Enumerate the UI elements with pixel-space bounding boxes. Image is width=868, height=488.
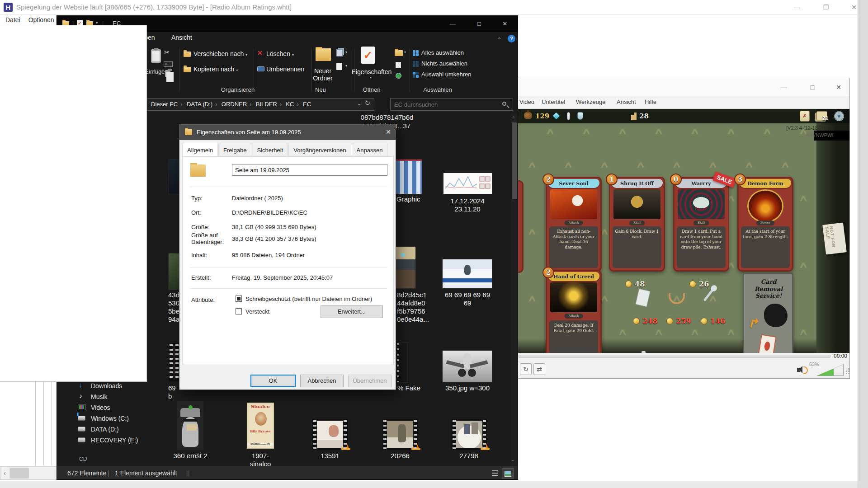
file-label[interactable]: 8d2d45c1 44afd8e0 f5b79756 0e0e44a... bbox=[397, 291, 426, 324]
cut-icon[interactable]: ✂ bbox=[164, 48, 170, 56]
potion-icon[interactable] bbox=[552, 112, 560, 120]
sidebar-scroll-down-icon[interactable]: › bbox=[195, 453, 202, 455]
advanced-button[interactable]: Erweitert... bbox=[321, 305, 383, 318]
potion-icon[interactable] bbox=[567, 112, 570, 120]
search-icon[interactable] bbox=[502, 102, 506, 106]
scrollbar-thumb[interactable] bbox=[10, 468, 29, 479]
file-label[interactable]: 087bd878147b6d bbox=[351, 113, 423, 122]
breadcrumb-item[interactable]: DATA (D:) bbox=[184, 99, 215, 110]
breadcrumb-item[interactable]: Dieser PC bbox=[148, 99, 180, 110]
sidebar-item-windows-c[interactable]: Windows (C:) bbox=[91, 415, 129, 422]
breadcrumb-item[interactable]: ORDNER bbox=[219, 99, 250, 110]
details-view-icon[interactable] bbox=[492, 470, 498, 476]
minimize-icon[interactable]: — bbox=[443, 16, 462, 32]
vlc-video-area[interactable]: ∧∧∧∧∧∧∧∧∧∧∧∧∧∧∧∧∧∧∧∧∧∧∧∧∧∧∧∧∧∧∧∧∧∧∧∧∧∧∧∧… bbox=[514, 109, 850, 353]
tab-sicherheit[interactable]: Sicherheit bbox=[252, 144, 288, 157]
vlc-menu-ansicht[interactable]: Ansicht bbox=[617, 99, 636, 105]
file-thumbnail[interactable] bbox=[169, 160, 179, 194]
new-item-icon[interactable] bbox=[336, 63, 342, 70]
volume-icon[interactable] bbox=[797, 368, 800, 372]
paste-icon[interactable] bbox=[151, 49, 161, 63]
copy-path-icon[interactable]: \\.. bbox=[164, 61, 173, 67]
close-icon[interactable]: ✕ bbox=[495, 16, 515, 32]
collapse-ribbon-icon[interactable]: › bbox=[495, 37, 502, 39]
sidebar-item-downloads[interactable]: Downloads bbox=[91, 382, 122, 389]
file-thumbnail[interactable] bbox=[382, 419, 418, 450]
sidebar-item-musik[interactable]: Musik bbox=[91, 393, 108, 400]
copy-icon[interactable] bbox=[165, 70, 170, 77]
file-thumbnail[interactable] bbox=[169, 253, 179, 290]
properties-button[interactable]: Eigenschaften bbox=[350, 68, 393, 75]
file-label[interactable]: % Fake bbox=[397, 384, 425, 392]
file-label[interactable]: 20266 bbox=[382, 452, 418, 460]
file-label[interactable]: 13591 bbox=[312, 452, 348, 460]
ok-button[interactable]: OK bbox=[250, 375, 296, 387]
delete-icon[interactable]: ✕ bbox=[257, 49, 263, 56]
gear-icon[interactable] bbox=[834, 111, 844, 121]
file-thumbnail[interactable] bbox=[443, 173, 492, 194]
file-thumbnail[interactable] bbox=[452, 419, 487, 450]
sidebar-item-cd-partial[interactable]: CD bbox=[79, 456, 87, 462]
select-none-button[interactable]: Nichts auswählen bbox=[421, 60, 467, 67]
properties-icon[interactable]: ✓ bbox=[361, 47, 375, 64]
delete-button[interactable]: Löschen▾ bbox=[266, 50, 294, 57]
tab-anpassen[interactable]: Anpassen bbox=[352, 144, 388, 157]
shuffle-button[interactable]: ⇄ bbox=[533, 363, 545, 375]
file-thumbnail[interactable] bbox=[178, 402, 203, 449]
vlc-menu-untertitel[interactable]: Untertitel bbox=[542, 99, 565, 105]
file-label[interactable]: 69 69 69 69 69 69 bbox=[440, 291, 495, 307]
close-icon[interactable]: ✕ bbox=[832, 82, 845, 93]
card-removal-service[interactable]: Card Removal Service! ↱ bbox=[743, 272, 793, 353]
maximize-icon[interactable]: □ bbox=[806, 82, 819, 93]
seek-bar[interactable] bbox=[518, 355, 831, 358]
menu-optionen[interactable]: Optionen bbox=[28, 16, 54, 23]
map-icon[interactable]: ✗ bbox=[800, 111, 810, 122]
sidebar-item-data-d[interactable]: DATA (D:) bbox=[91, 426, 119, 433]
move-to-button[interactable]: Verschieben nach▾ bbox=[193, 50, 247, 57]
scrollbar-thumb[interactable] bbox=[512, 122, 517, 199]
invert-selection-button[interactable]: Auswahl umkehren bbox=[421, 71, 472, 78]
thumbnail-view-icon[interactable] bbox=[502, 468, 514, 479]
card-demon-form[interactable]: Demon Form Power At the start of your tu… bbox=[737, 177, 793, 272]
file-label[interactable]: 360 ernst 2 bbox=[172, 452, 208, 460]
resize-grip[interactable] bbox=[846, 373, 847, 374]
potion-icon[interactable] bbox=[577, 112, 583, 120]
new-folder-icon[interactable] bbox=[316, 48, 331, 61]
hidden-label[interactable]: Versteckt bbox=[245, 308, 269, 315]
maximize-icon[interactable]: ❐ bbox=[818, 2, 834, 13]
file-thumbnail[interactable] bbox=[396, 247, 415, 288]
copy-to-icon[interactable] bbox=[184, 67, 191, 72]
dialog-titlebar[interactable]: Eigenschaften von Seite am 19.09.2025 ✕ bbox=[179, 125, 396, 140]
relic-icon[interactable] bbox=[703, 289, 714, 301]
card-warcry[interactable]: Warcry Skill Draw 1 card. Put a card fro… bbox=[673, 177, 729, 272]
file-thumbnail[interactable] bbox=[312, 419, 348, 450]
vlc-menu-hilfe[interactable]: Hilfe bbox=[645, 99, 656, 105]
cancel-button[interactable]: Abbrechen bbox=[300, 375, 344, 387]
refresh-icon[interactable]: ↻ bbox=[364, 99, 370, 107]
readonly-label[interactable]: Schreibgeschützt (betrifft nur Dateien i… bbox=[245, 296, 372, 302]
relic-icon[interactable] bbox=[635, 289, 650, 307]
card-shrug-it-off[interactable]: Shrug It Off Skill Gain 8 Block. Draw 1 … bbox=[609, 177, 665, 272]
file-label[interactable]: 350.jpg w=300 bbox=[436, 384, 499, 392]
readonly-checkbox[interactable] bbox=[236, 296, 242, 302]
file-thumbnail[interactable] bbox=[397, 343, 407, 382]
history-icon[interactable] bbox=[396, 73, 401, 79]
minimize-icon[interactable]: — bbox=[789, 2, 805, 13]
file-label[interactable]: Graphic bbox=[396, 195, 425, 203]
tab-vorgaengerversionen[interactable]: Vorgängerversionen bbox=[288, 144, 351, 157]
sidebar-item-recovery-e[interactable]: RECOVERY (E:) bbox=[91, 436, 138, 444]
search-box[interactable] bbox=[390, 98, 513, 111]
breadcrumb-item[interactable]: KC bbox=[283, 99, 297, 110]
file-thumbnail[interactable]: Sinalco Bilz Brause 300Millionen Fl. bbox=[247, 403, 274, 449]
tab-ansicht[interactable]: Ansicht bbox=[171, 34, 192, 41]
volume-slider[interactable] bbox=[816, 364, 844, 376]
tab-allgemein[interactable]: Allgemein bbox=[182, 143, 218, 156]
file-thumbnail[interactable] bbox=[443, 259, 492, 288]
scroll-down-icon[interactable]: › bbox=[510, 460, 516, 461]
file-label[interactable]: 43de 5306 5be6 94ad bbox=[168, 291, 180, 324]
close-icon[interactable]: ✕ bbox=[386, 128, 391, 136]
httrack-horizontal-scrollbar[interactable]: ‹ bbox=[0, 466, 64, 480]
breadcrumb[interactable]: Dieser PC› DATA (D:)› ORDNER› BILDER› KC… bbox=[136, 98, 374, 111]
file-thumbnail[interactable] bbox=[169, 343, 179, 381]
breadcrumb-item[interactable]: BILDER bbox=[253, 99, 280, 110]
